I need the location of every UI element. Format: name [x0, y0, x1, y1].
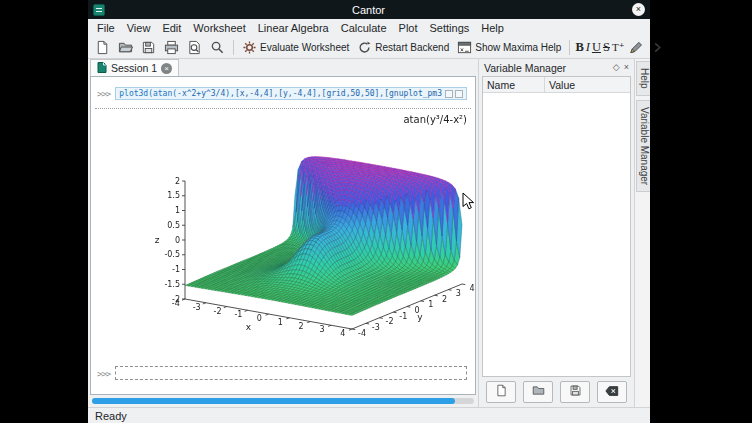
print-preview-button[interactable] — [184, 37, 205, 57]
magnifier-icon — [210, 40, 225, 55]
restart-label: Restart Backend — [375, 42, 449, 53]
menu-plot[interactable]: Plot — [393, 21, 424, 35]
window-title: Cantor — [105, 4, 632, 16]
command-entry: >>> plot3d(atan(-x^2+y^3/4),[x,-4,4],[y,… — [97, 87, 467, 100]
close-window-button[interactable]: × — [632, 3, 645, 16]
code-token: -x^2+y^3/4),[x,-4,4],[y,-4,4],[grid,50,5… — [177, 89, 442, 98]
new-document-icon — [95, 40, 110, 55]
command-input[interactable]: plot3d(atan(-x^2+y^3/4),[x,-4,4],[y,-4,4… — [115, 87, 467, 100]
status-text: Ready — [95, 410, 127, 422]
worksheet-pane: Session 1 × >>> plot3d(atan(-x^2+y^3/4),… — [88, 59, 478, 407]
dock-header: Variable Manager ◇ × — [479, 59, 634, 76]
strikethrough-button[interactable]: S — [603, 38, 610, 56]
new-worksheet-button[interactable] — [92, 37, 113, 57]
main-content: Session 1 × >>> plot3d(atan(-x^2+y^3/4),… — [88, 59, 650, 407]
side-tab-variable-manager[interactable]: Variable Manager — [636, 100, 650, 192]
save-worksheet-button[interactable] — [138, 37, 159, 57]
code-token: atan( — [153, 89, 177, 98]
open-worksheet-button[interactable] — [115, 37, 136, 57]
menu-linear-algebra[interactable]: Linear Algebra — [252, 21, 335, 35]
dock-title: Variable Manager — [484, 62, 609, 74]
highlight-pen-icon — [629, 40, 644, 55]
close-panel-icon[interactable]: × — [624, 63, 629, 72]
variable-manager-toolbar — [479, 377, 634, 407]
empty-command-prompt: >>> — [97, 367, 110, 379]
highlight-button[interactable] — [626, 37, 647, 57]
variable-manager-panel: Variable Manager ◇ × Name Value — [478, 59, 634, 407]
superscript-button[interactable]: T⁺ — [612, 38, 625, 56]
menu-bar: File View Edit Worksheet Linear Algebra … — [88, 19, 650, 36]
chevron-right-icon — [652, 41, 663, 54]
menu-view[interactable]: View — [121, 21, 157, 35]
bold-button[interactable]: B — [575, 38, 583, 56]
print-icon — [164, 40, 179, 55]
command-inline-icons — [445, 90, 463, 98]
menu-worksheet[interactable]: Worksheet — [187, 21, 251, 35]
variables-table: Name Value — [482, 76, 631, 377]
session-tab-label: Session 1 — [111, 62, 157, 74]
column-header-name[interactable]: Name — [483, 77, 545, 92]
command-prompt: >>> — [97, 87, 110, 99]
tab-session-1[interactable]: Session 1 × — [90, 59, 179, 76]
evaluate-worksheet-button[interactable]: Evaluate Worksheet — [239, 37, 352, 57]
load-variables-button[interactable] — [523, 381, 553, 403]
mouse-cursor — [462, 192, 475, 215]
session-tab-bar: Session 1 × — [88, 59, 478, 76]
variables-table-header: Name Value — [483, 77, 630, 93]
toolbar: Evaluate Worksheet Restart Backend Show … — [88, 36, 650, 59]
underline-button[interactable]: U — [592, 38, 601, 56]
completion-icon[interactable] — [445, 90, 453, 98]
evaluate-label: Evaluate Worksheet — [260, 42, 349, 53]
screen: { "window": { "title": "Cantor", "close_… — [0, 0, 752, 423]
horizontal-scrollbar[interactable] — [92, 398, 474, 404]
code-token: plot3d( — [119, 89, 153, 98]
command-code: plot3d(atan(-x^2+y^3/4),[x,-4,4],[y,-4,4… — [119, 89, 442, 98]
plot3d-result-image — [135, 107, 475, 355]
cantor-window: Cantor × File View Edit Worksheet Linear… — [88, 0, 650, 423]
restart-backend-button[interactable]: Restart Backend — [354, 37, 452, 57]
toolbar-separator — [569, 40, 570, 55]
float-panel-icon[interactable]: ◇ — [613, 63, 620, 72]
save-variables-button[interactable] — [560, 381, 590, 403]
menu-edit[interactable]: Edit — [156, 21, 187, 35]
variables-table-body[interactable] — [483, 93, 630, 376]
open-folder-icon — [532, 383, 545, 401]
side-tab-strip: Help Variable Manager — [634, 59, 650, 407]
menu-settings[interactable]: Settings — [424, 21, 476, 35]
italic-button[interactable]: I — [586, 38, 590, 56]
print-preview-icon — [187, 40, 202, 55]
tab-close-icon[interactable]: × — [161, 63, 172, 74]
open-folder-icon — [118, 40, 133, 55]
new-variable-button[interactable] — [486, 381, 516, 403]
worksheet-view[interactable]: >>> plot3d(atan(-x^2+y^3/4),[x,-4,4],[y,… — [90, 76, 476, 395]
menu-help[interactable]: Help — [475, 21, 510, 35]
clear-variables-button[interactable] — [597, 381, 627, 403]
save-icon — [141, 40, 156, 55]
toolbar-overflow-button[interactable] — [649, 37, 666, 57]
column-header-value[interactable]: Value — [545, 77, 630, 92]
cantor-app-icon — [93, 4, 105, 16]
backspace-icon — [605, 383, 619, 401]
empty-command-entry: >>> — [97, 366, 467, 380]
print-button[interactable] — [161, 37, 182, 57]
information-icon[interactable] — [455, 90, 463, 98]
menu-calculate[interactable]: Calculate — [335, 21, 393, 35]
empty-command-input[interactable] — [115, 366, 467, 380]
maxima-help-label: Show Maxima Help — [475, 42, 561, 53]
worksheet-tab-icon — [97, 62, 107, 75]
titlebar[interactable]: Cantor × — [88, 0, 650, 19]
new-document-icon — [495, 383, 508, 401]
show-maxima-help-button[interactable]: Show Maxima Help — [454, 37, 564, 57]
restart-icon — [357, 40, 372, 55]
toolbar-separator — [233, 40, 234, 55]
zoom-button[interactable] — [207, 37, 228, 57]
menu-file[interactable]: File — [91, 21, 121, 35]
evaluate-icon — [242, 40, 257, 55]
save-icon — [569, 383, 582, 401]
side-tab-help[interactable]: Help — [636, 61, 650, 96]
status-bar: Ready — [88, 407, 650, 423]
maxima-help-icon — [457, 40, 472, 55]
hscroll-fill[interactable] — [92, 398, 455, 404]
